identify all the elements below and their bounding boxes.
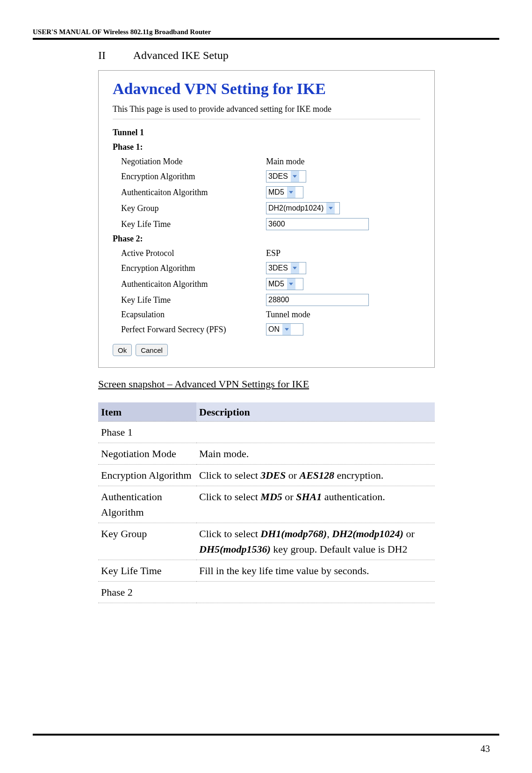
table-row: Phase 2 xyxy=(98,582,435,603)
section-heading: II Advanced IKE Setup xyxy=(98,49,499,62)
cell-desc: Main mode. xyxy=(196,443,435,465)
cell-item: Phase 2 xyxy=(98,582,196,603)
chevron-down-icon xyxy=(291,171,299,182)
cell-desc xyxy=(196,582,435,603)
panel-title: Adavnced VPN Setting for IKE xyxy=(113,80,420,98)
table-row: Negotiation Mode Main mode. xyxy=(98,443,435,465)
chevron-down-icon xyxy=(287,187,295,198)
cell-item: Authentication Algorithm xyxy=(98,486,196,523)
header-rule xyxy=(33,38,499,40)
cell-desc xyxy=(196,422,435,443)
description-table: Item Description Phase 1 Negotiation Mod… xyxy=(98,402,435,603)
table-header-row: Item Description xyxy=(98,402,435,422)
p1-key-life-value: 3600 xyxy=(268,220,285,228)
cell-desc: Fill in the key life time value by secon… xyxy=(196,560,435,582)
table-row: Encryption Algorithm Click to select 3DE… xyxy=(98,465,435,486)
cell-item: Key Life Time xyxy=(98,560,196,582)
phase1-label: Phase 1: xyxy=(113,142,420,152)
header-description: Description xyxy=(196,402,435,422)
pfs-select[interactable]: ON xyxy=(266,323,303,335)
footer-rule xyxy=(33,734,499,736)
table-row: Authentication Algorithm Click to select… xyxy=(98,486,435,523)
panel-description: This This page is used to provide advanc… xyxy=(113,104,420,114)
row-p1-encryption: Encryption Algorithm 3DES xyxy=(121,170,420,182)
section-title: Advanced IKE Setup xyxy=(133,49,229,61)
page-header: USER'S MANUAL OF Wireless 802.11g Broadb… xyxy=(33,28,499,36)
negotiation-mode-value: Main mode xyxy=(266,157,305,167)
pfs-label: Perfect Forward Secrecy (PFS) xyxy=(121,325,266,335)
cell-item: Encryption Algorithm xyxy=(98,465,196,486)
p1-encryption-select[interactable]: 3DES xyxy=(266,170,306,182)
encapsulation-value: Tunnel mode xyxy=(266,310,310,320)
row-p1-key-life: Key Life Time 3600 xyxy=(121,218,420,230)
pfs-value: ON xyxy=(266,325,282,334)
cell-item: Negotiation Mode xyxy=(98,443,196,465)
p2-key-life-input[interactable]: 28800 xyxy=(266,294,369,306)
negotiation-mode-label: Negotiation Mode xyxy=(121,157,266,167)
cell-item: Key Group xyxy=(98,523,196,560)
table-row: Key Life Time Fill in the key life time … xyxy=(98,560,435,582)
key-group-select[interactable]: DH2(modp1024) xyxy=(266,202,340,214)
p2-auth-select[interactable]: MD5 xyxy=(266,278,303,290)
active-protocol-label: Active Protocol xyxy=(121,248,266,258)
tunnel-label: Tunnel 1 xyxy=(113,128,420,138)
section-roman: II xyxy=(98,49,131,62)
row-active-protocol: Active Protocol ESP xyxy=(121,248,420,258)
cell-desc: Click to select 3DES or AES128 encryptio… xyxy=(196,465,435,486)
p1-auth-select[interactable]: MD5 xyxy=(266,186,303,198)
row-p2-key-life: Key Life Time 28800 xyxy=(121,294,420,306)
chevron-down-icon xyxy=(282,324,291,335)
cell-desc: Click to select MD5 or SHA1 authenticati… xyxy=(196,486,435,523)
phase2-label: Phase 2: xyxy=(113,234,420,244)
row-p2-encryption: Encryption Algorithm 3DES xyxy=(121,262,420,274)
key-group-label: Key Group xyxy=(121,204,266,213)
row-negotiation-mode: Negotiation Mode Main mode xyxy=(121,157,420,167)
table-row: Phase 1 xyxy=(98,422,435,443)
p2-encryption-value: 3DES xyxy=(266,264,291,272)
screenshot-caption: Screen snapshot – Advanced VPN Settings … xyxy=(98,378,499,390)
p1-encryption-label: Encryption Algorithm xyxy=(121,172,266,182)
chevron-down-icon xyxy=(287,278,295,290)
panel-divider xyxy=(113,119,420,119)
row-p1-auth: Authenticaiton Algorithm MD5 xyxy=(121,186,420,198)
p1-key-life-input[interactable]: 3600 xyxy=(266,218,369,230)
page-number: 43 xyxy=(481,744,490,754)
p1-auth-label: Authenticaiton Algorithm xyxy=(121,188,266,197)
p2-key-life-label: Key Life Time xyxy=(121,295,266,305)
button-row: Ok Cancel xyxy=(113,344,420,356)
p2-encryption-select[interactable]: 3DES xyxy=(266,262,306,274)
cell-desc: Click to select DH1(modp768), DH2(modp10… xyxy=(196,523,435,560)
cancel-button[interactable]: Cancel xyxy=(136,344,168,356)
p1-encryption-value: 3DES xyxy=(266,172,291,181)
vpn-settings-panel: Adavnced VPN Setting for IKE This This p… xyxy=(98,70,435,368)
encapsulation-label: Ecapsulation xyxy=(121,310,266,320)
p2-encryption-label: Encryption Algorithm xyxy=(121,263,266,273)
chevron-down-icon xyxy=(326,203,335,214)
header-item: Item xyxy=(98,402,196,422)
p1-auth-value: MD5 xyxy=(266,188,287,197)
row-p2-auth: Authenticaiton Algorithm MD5 xyxy=(121,278,420,290)
row-key-group: Key Group DH2(modp1024) xyxy=(121,202,420,214)
row-pfs: Perfect Forward Secrecy (PFS) ON xyxy=(121,323,420,335)
cell-item: Phase 1 xyxy=(98,422,196,443)
p2-auth-value: MD5 xyxy=(266,280,287,288)
row-encapsulation: Ecapsulation Tunnel mode xyxy=(121,310,420,320)
p2-key-life-value: 28800 xyxy=(268,296,289,304)
key-group-value: DH2(modp1024) xyxy=(266,204,326,212)
table-row: Key Group Click to select DH1(modp768), … xyxy=(98,523,435,560)
ok-button[interactable]: Ok xyxy=(113,344,132,356)
p2-auth-label: Authenticaiton Algorithm xyxy=(121,279,266,289)
active-protocol-value: ESP xyxy=(266,248,280,258)
chevron-down-icon xyxy=(291,263,299,274)
p1-key-life-label: Key Life Time xyxy=(121,219,266,229)
